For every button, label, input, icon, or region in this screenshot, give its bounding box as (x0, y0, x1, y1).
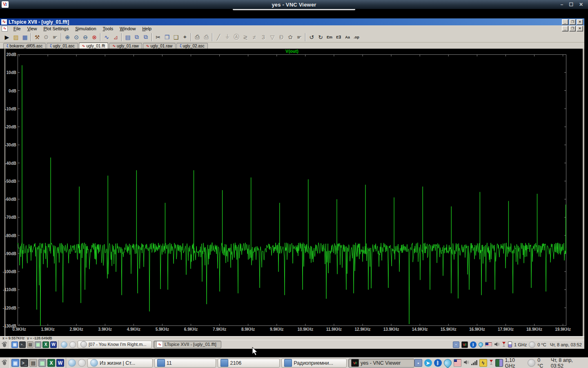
spice-directive-icon[interactable]: .op (352, 33, 361, 42)
tab-bokarev_dif05.asc[interactable]: ζbokarev_dif05.asc (3, 43, 46, 49)
ltspice-restore-button[interactable]: ❐ (569, 19, 576, 25)
terminal-launcher-icon[interactable]: >_ (19, 341, 26, 348)
gnome-menu-icon[interactable] (1, 359, 7, 367)
file-cabinet-launcher-icon[interactable]: ▤ (27, 341, 33, 348)
globe-icon[interactable] (68, 359, 76, 367)
mdi-minimize-button[interactable]: _ (562, 26, 568, 31)
floppy-tray-icon[interactable]: ▪ (414, 359, 422, 367)
word-launcher-icon[interactable]: W (50, 341, 57, 348)
zoom-out-icon[interactable]: ⊖ (81, 33, 90, 42)
undo-icon[interactable]: ↺ (307, 33, 316, 42)
tab-ugly_01.asc[interactable]: ζugly_01.asc (47, 43, 78, 49)
tab-ugly_01.fft[interactable]: ∿ugly_01.fft (79, 43, 109, 49)
flag-tray-icon[interactable] (454, 359, 461, 367)
globe-icon[interactable] (61, 341, 67, 348)
window-button-11[interactable]: 11 (154, 359, 216, 368)
zoom-in-icon[interactable]: ⊕ (63, 33, 72, 42)
sun-tray-icon[interactable] (528, 359, 535, 367)
place-capacitor-icon: ≠ (250, 33, 259, 42)
file-cabinet-launcher-icon[interactable]: ▤ (29, 359, 37, 367)
close-button[interactable]: ✕ (579, 0, 583, 9)
mdi-restore-button[interactable]: ❐ (569, 26, 576, 31)
menu-file[interactable]: File (10, 26, 24, 31)
excel-launcher-icon[interactable]: X (42, 341, 49, 348)
window-button-LTspice XVII - [ugly_01.fft][interactable]: ∿LTspice XVII - [ugly_01.fft] (154, 341, 221, 348)
floppy-tray-icon[interactable]: ▪ (453, 341, 459, 348)
window-button-yes - VNC Viewer[interactable]: V2yes - VNC Viewer (348, 359, 414, 368)
update-notifier-icon[interactable] (78, 359, 86, 367)
ltspice-close-button[interactable]: ✕ (577, 19, 583, 25)
window-button-Радиоприемни...[interactable]: Радиоприемни... (281, 359, 347, 368)
cpu-tray-icon[interactable] (495, 359, 503, 367)
menu-view[interactable]: View (24, 26, 40, 31)
vnc-tray-icon[interactable]: V2 (461, 341, 468, 348)
ltspice-titlebar[interactable]: ∿ LTspice XVII - [ugly_01.fft] _❐✕ (0, 18, 584, 25)
find-icon[interactable]: ⌖ (180, 33, 189, 42)
move-icon[interactable]: Em (325, 33, 334, 42)
print-preview-icon[interactable]: ⎙ (202, 33, 211, 42)
mdi-close-button[interactable]: ✕ (577, 26, 583, 31)
bt-tray-icon[interactable]: ᛒ (470, 341, 477, 348)
drag-icon[interactable]: E∃ (334, 33, 343, 42)
screenshot-tool-launcher-icon[interactable]: ▣ (11, 341, 18, 348)
speaker-tray-icon[interactable] (494, 342, 500, 348)
menu-help[interactable]: Help (139, 26, 155, 31)
excel-launcher-icon[interactable]: X (47, 359, 55, 367)
word-launcher-icon[interactable]: W (56, 359, 64, 367)
wine-tray-icon[interactable] (489, 359, 493, 366)
flag-tray-icon[interactable] (485, 342, 492, 347)
save-icon[interactable]: ▦ (20, 33, 29, 42)
tile-horizontally-icon[interactable]: ▤ (123, 33, 132, 42)
open-file-icon[interactable]: ▨ (11, 33, 20, 42)
charge-tray-icon[interactable]: ϟ (479, 359, 487, 367)
maximize-button[interactable]: ☐ (569, 0, 573, 9)
control-panel-hammer-icon[interactable]: ⚒ (33, 33, 42, 42)
signal-tray-icon[interactable] (471, 360, 477, 366)
paste-icon[interactable]: ❑ (172, 33, 180, 42)
mdi-child-icon[interactable]: ∿ (2, 26, 8, 31)
minimize-button[interactable]: – (560, 0, 563, 9)
battery-tray-icon[interactable] (508, 341, 512, 348)
zoom-previous-icon[interactable]: ⊗ (90, 33, 99, 42)
menu-tools[interactable]: Tools (100, 26, 117, 31)
gnome-menu-icon[interactable] (1, 341, 7, 348)
calculator-launcher-icon[interactable]: ▦ (38, 359, 46, 367)
bt-tray-icon[interactable]: ᛒ (434, 359, 442, 367)
drop-tray-icon[interactable] (442, 357, 453, 368)
sun-tray-icon[interactable] (529, 341, 535, 348)
menu-simulation[interactable]: Simulation (72, 26, 99, 31)
plot-settings-waveform-icon[interactable]: ∿ (102, 33, 111, 42)
new-schematic-run-icon[interactable]: ▶ (2, 33, 11, 42)
vnc-titlebar[interactable]: V2 yes - VNC Viewer –☐✕ (0, 0, 588, 9)
terminal-launcher-icon[interactable]: >_ (20, 359, 28, 367)
copy-icon[interactable]: ❐ (163, 33, 172, 42)
tab-ugly_01.raw[interactable]: ∿ugly_01.raw (143, 43, 176, 49)
zoom-full-extents-icon[interactable]: ⊙ (72, 33, 81, 42)
update-notifier-icon[interactable] (69, 341, 76, 348)
redo-icon[interactable]: ↻ (316, 33, 325, 42)
fft-plot[interactable] (18, 54, 566, 326)
menu-plot-settings[interactable]: Plot Settings (40, 26, 72, 31)
plot-axes-icon[interactable]: ⊿ (111, 33, 120, 42)
menu-window[interactable]: Window (116, 26, 139, 31)
tab-ugly_01.raw[interactable]: ∿ugly_01.raw (109, 43, 142, 49)
tile-vertically-icon[interactable]: ⧉ (132, 33, 141, 42)
window-button-Из жизни | Ст...[interactable]: Из жизни | Ст... (87, 359, 153, 368)
window-button-2106[interactable]: 2106 (218, 359, 280, 368)
tab-ugly_02.asc[interactable]: ζugly_02.asc (176, 43, 208, 49)
vnc-collapsed-toolbar[interactable] (233, 9, 355, 10)
screenshot-tool-launcher-icon[interactable]: ▣ (11, 359, 19, 367)
calculator-launcher-icon[interactable]: ▦ (35, 341, 41, 348)
ltspice-minimize-button[interactable]: _ (562, 19, 568, 25)
window-button-[07 - You Know I'm Right.m...[interactable]: [07 - You Know I'm Right.m... (78, 341, 152, 348)
cut-icon[interactable]: ✂ (154, 33, 163, 42)
telegram-tray-icon[interactable]: ➤ (424, 359, 432, 367)
wine-tray-icon[interactable] (502, 341, 506, 348)
speaker-tray-icon[interactable] (463, 360, 469, 366)
drop-tray-icon[interactable] (478, 341, 484, 348)
vnc-tray-icon[interactable]: V2 (351, 359, 359, 367)
cascade-windows-icon[interactable]: ⧉ (141, 33, 150, 42)
print-icon[interactable]: ⎙ (193, 33, 202, 42)
trace-label[interactable]: V(out) (18, 49, 566, 54)
text-tool-icon[interactable]: Aa (343, 33, 352, 42)
